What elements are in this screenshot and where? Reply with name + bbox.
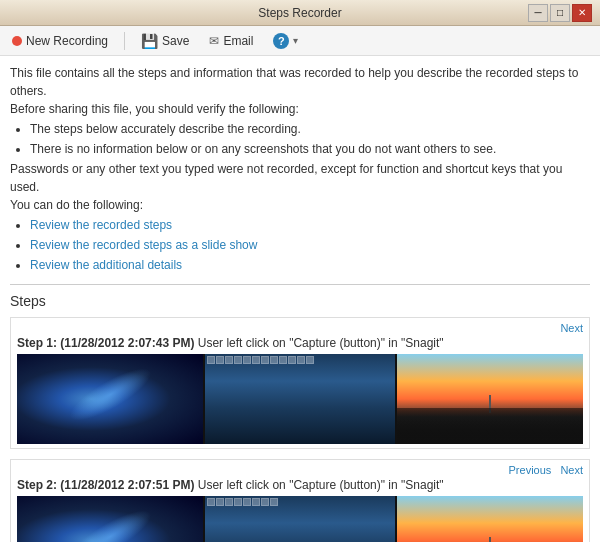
toolbar: New Recording 💾 Save ✉ Email ? ▾ xyxy=(0,26,600,56)
title-bar-text: Steps Recorder xyxy=(258,6,341,20)
new-recording-button[interactable]: New Recording xyxy=(8,32,112,50)
step-1-screenshots xyxy=(17,354,583,444)
content-area[interactable]: This file contains all the steps and inf… xyxy=(0,56,600,542)
close-button[interactable]: ✕ xyxy=(572,4,592,22)
help-icon: ? xyxy=(273,33,289,49)
info-paragraph-4: You can do the following: xyxy=(10,196,590,214)
info-section: This file contains all the steps and inf… xyxy=(10,64,590,285)
step-1-nav: Next xyxy=(17,322,583,334)
step-1-title: Step 1: (11/28/2012 2:07:43 PM) User lef… xyxy=(17,336,583,350)
info-link-1[interactable]: Review the recorded steps xyxy=(30,216,590,234)
record-dot-icon xyxy=(12,36,22,46)
info-bullets: The steps below accurately describe the … xyxy=(30,120,590,158)
info-bullet-1: The steps below accurately describe the … xyxy=(30,120,590,138)
step-2-title: Step 2: (11/28/2012 2:07:51 PM) User lef… xyxy=(17,478,583,492)
info-paragraph-2: Before sharing this file, you should ver… xyxy=(10,100,590,118)
save-icon: 💾 xyxy=(141,33,158,49)
step-1-next-link[interactable]: Next xyxy=(560,322,583,334)
dropdown-arrow-icon: ▾ xyxy=(293,35,298,46)
info-paragraph-3: Passwords or any other text you typed we… xyxy=(10,160,590,196)
step-2-screenshot-2 xyxy=(205,496,395,542)
help-button[interactable]: ? ▾ xyxy=(269,31,302,51)
info-links-list: Review the recorded steps Review the rec… xyxy=(30,216,590,274)
step-2-screenshot-1 xyxy=(17,496,203,542)
step-item-1: Next Step 1: (11/28/2012 2:07:43 PM) Use… xyxy=(10,317,590,449)
maximize-button[interactable]: □ xyxy=(550,4,570,22)
info-paragraph-1: This file contains all the steps and inf… xyxy=(10,64,590,100)
info-bullet-2: There is no information below or on any … xyxy=(30,140,590,158)
info-link-3[interactable]: Review the additional details xyxy=(30,256,590,274)
step-2-screenshots xyxy=(17,496,583,542)
steps-heading: Steps xyxy=(10,293,590,311)
toolbar-separator xyxy=(124,32,125,50)
step-1-screenshot-1 xyxy=(17,354,203,444)
step-2-nav: Previous Next xyxy=(17,464,583,476)
step-item-2: Previous Next Step 2: (11/28/2012 2:07:5… xyxy=(10,459,590,542)
title-bar-controls: ─ □ ✕ xyxy=(528,4,592,22)
title-bar: Steps Recorder ─ □ ✕ xyxy=(0,0,600,26)
email-button[interactable]: ✉ Email xyxy=(205,32,257,50)
step-2-prev-link[interactable]: Previous xyxy=(509,464,552,476)
step-1-screenshot-2 xyxy=(205,354,395,444)
email-icon: ✉ xyxy=(209,34,219,48)
step-2-next-link[interactable]: Next xyxy=(560,464,583,476)
info-link-2[interactable]: Review the recorded steps as a slide sho… xyxy=(30,236,590,254)
save-button[interactable]: 💾 Save xyxy=(137,31,193,51)
step-2-screenshot-3 xyxy=(397,496,583,542)
minimize-button[interactable]: ─ xyxy=(528,4,548,22)
step-1-screenshot-3 xyxy=(397,354,583,444)
